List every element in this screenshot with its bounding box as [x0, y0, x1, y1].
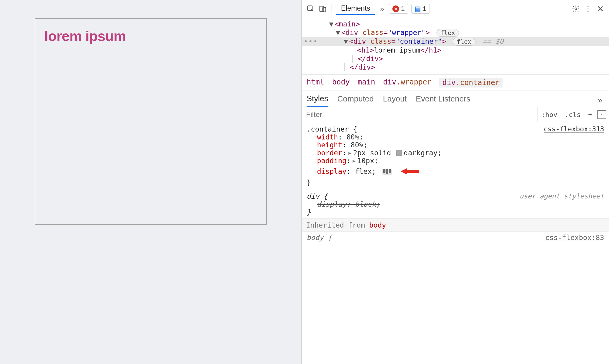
dom-node-main[interactable]: ▼<main>	[302, 20, 609, 28]
more-subtabs-chevron-icon[interactable]: »	[596, 96, 604, 105]
flex-badge[interactable]: flex	[437, 29, 459, 37]
disclosure-triangle-icon[interactable]: ▼	[344, 37, 349, 45]
tab-elements[interactable]: Elements	[336, 2, 375, 15]
disclosure-triangle-icon[interactable]: ▼	[336, 29, 341, 36]
cls-toggle[interactable]: .cls	[561, 108, 584, 121]
dom-node-container-selected[interactable]: ••• ▼<div class="container"> flex == $0	[302, 37, 609, 46]
flexbox-editor-icon[interactable]	[382, 169, 392, 175]
crumb-html[interactable]: html	[307, 78, 324, 88]
dom-node-div-close-2[interactable]: </div>	[302, 63, 609, 71]
styles-filter-row: :hov .cls +	[302, 107, 609, 122]
expand-shorthand-icon[interactable]: ▸	[348, 149, 352, 157]
expand-shorthand-icon[interactable]: ▸	[352, 157, 356, 165]
selected-ref: == $0	[482, 37, 503, 45]
dom-tag: <main>	[335, 20, 360, 28]
decl-border[interactable]: border:▸2px solid darkgray;	[317, 149, 604, 157]
devtools-panel: Elements » ✕ 1 ▤ 1 ⋮ ✕ ▼<main> ▼<div cla…	[301, 0, 609, 364]
ua-stylesheet-label: user agent stylesheet	[520, 192, 604, 200]
svg-point-3	[575, 8, 577, 10]
dom-tree[interactable]: ▼<main> ▼<div class="wrapper"> flex ••• …	[302, 18, 609, 74]
container-box: lorem ipsum	[35, 18, 267, 225]
messages-count: 1	[423, 5, 426, 13]
rule-close-brace: }	[307, 179, 311, 187]
flex-badge[interactable]: flex	[453, 38, 475, 46]
page-heading: lorem ipsum	[44, 28, 257, 44]
inherited-from-selector[interactable]: body	[369, 221, 386, 229]
more-menu-icon[interactable]: ⋮	[583, 4, 593, 13]
decl-padding[interactable]: padding:▸10px;	[317, 157, 604, 165]
rule-selector: div {	[307, 192, 328, 200]
rule-source-link[interactable]: css-flexbox:313	[544, 125, 604, 133]
rendered-page-viewport: lorem ipsum	[0, 0, 301, 364]
subtab-event-listeners[interactable]: Event Listeners	[416, 94, 470, 107]
subtab-styles[interactable]: Styles	[307, 94, 328, 107]
messages-badge[interactable]: ▤ 1	[411, 4, 430, 14]
more-tabs-chevron-icon[interactable]: »	[378, 4, 386, 14]
rule-selector[interactable]: .container {	[307, 125, 357, 133]
crumb-wrapper[interactable]: div.wrapper	[383, 78, 431, 88]
decl-height[interactable]: height: 80%;	[317, 141, 604, 149]
new-rule-button[interactable]: +	[584, 108, 596, 121]
rule-source-link[interactable]: css-flexbox:83	[545, 234, 604, 242]
rule-close-brace: }	[307, 208, 311, 216]
rule-div-ua[interactable]: user agent stylesheet div { display: blo…	[302, 189, 609, 219]
styles-filter-input[interactable]	[302, 107, 538, 122]
crumb-container[interactable]: div.container	[439, 78, 503, 88]
dom-node-wrapper[interactable]: ▼<div class="wrapper"> flex	[302, 28, 609, 37]
dom-node-h1[interactable]: <h1>lorem ipsum</h1>	[302, 46, 609, 54]
subtab-computed[interactable]: Computed	[337, 94, 374, 107]
rule-selector: body {	[307, 234, 332, 242]
error-circle-icon: ✕	[392, 5, 399, 12]
disclosure-triangle-icon[interactable]: ▼	[329, 20, 335, 28]
error-badge[interactable]: ✕ 1	[389, 4, 408, 14]
computed-reveal-icon[interactable]	[597, 110, 606, 119]
dom-breadcrumbs: html body main div.wrapper div.container	[302, 74, 609, 91]
crumb-main[interactable]: main	[358, 78, 375, 88]
inspect-element-icon[interactable]	[306, 4, 315, 13]
decl-width[interactable]: width: 80%;	[317, 133, 604, 141]
svg-rect-1	[320, 6, 324, 11]
devtools-toolbar: Elements » ✕ 1 ▤ 1 ⋮ ✕	[302, 0, 609, 18]
styles-subtabs: Styles Computed Layout Event Listeners »	[302, 91, 609, 107]
error-count: 1	[401, 5, 405, 13]
attr-name: class	[362, 29, 383, 36]
dom-node-div-close[interactable]: </div>	[302, 54, 609, 63]
decl-display-block-overridden: display: block;	[317, 200, 604, 208]
attr-value: "wrapper"	[388, 29, 426, 36]
svg-rect-4	[601, 114, 602, 115]
crumb-body[interactable]: body	[332, 78, 350, 88]
style-rules: css-flexbox:313 .container { width: 80%;…	[302, 122, 609, 364]
svg-marker-5	[401, 168, 419, 175]
rule-container[interactable]: css-flexbox:313 .container { width: 80%;…	[302, 122, 609, 189]
inherited-label: Inherited from	[306, 221, 369, 229]
hov-toggle[interactable]: :hov	[538, 108, 561, 121]
annotation-arrow-icon	[401, 165, 419, 179]
rule-body-peek[interactable]: body { css-flexbox:83	[302, 232, 609, 243]
toolbar-divider	[332, 4, 332, 13]
device-toggle-icon[interactable]	[318, 4, 327, 13]
decl-display-flex[interactable]: display: flex;	[317, 165, 604, 179]
inherited-from-row: Inherited from body	[302, 219, 609, 232]
color-swatch-icon[interactable]	[396, 150, 402, 156]
row-handle-icon[interactable]: •••	[304, 37, 318, 45]
subtab-layout[interactable]: Layout	[383, 94, 407, 107]
close-devtools-icon[interactable]: ✕	[596, 4, 605, 13]
settings-gear-icon[interactable]	[571, 4, 580, 13]
message-icon: ▤	[415, 5, 421, 13]
